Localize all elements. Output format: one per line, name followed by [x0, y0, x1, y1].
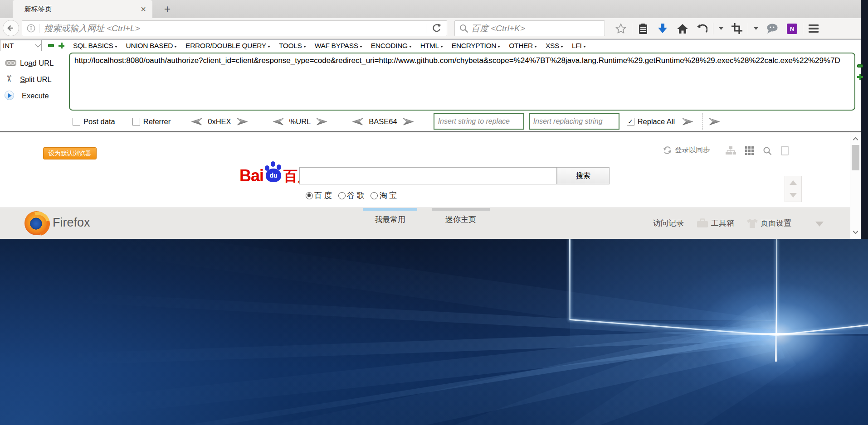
- new-tab-button[interactable]: +: [160, 3, 175, 16]
- undo-history-icon[interactable]: [692, 20, 712, 37]
- menu-lfi[interactable]: LFI: [572, 42, 586, 50]
- tab-new-tab-page[interactable]: 新标签页 ×: [13, 0, 152, 18]
- menu-hamburger-icon[interactable]: [805, 20, 823, 37]
- menu-html[interactable]: HTML: [420, 42, 443, 50]
- footer-links: 访问记录 工具箱 页面设置: [653, 218, 791, 228]
- home-icon[interactable]: [673, 20, 692, 37]
- page-scrollbar[interactable]: [850, 132, 861, 239]
- blank-page-icon[interactable]: [781, 146, 789, 155]
- radio-icon[interactable]: [371, 192, 378, 199]
- load-url-button[interactable]: Load URL: [20, 59, 54, 68]
- engine-baidu[interactable]: 百 度: [306, 190, 332, 201]
- bookmark-star-icon[interactable]: [611, 20, 630, 37]
- tshirt-icon: [747, 219, 758, 228]
- baidu-logo-bai: Bai: [239, 168, 263, 184]
- final-apply-arrow-icon[interactable]: [709, 118, 722, 126]
- hackbar-options-row: Post data Referrer 0xHEX %URL BASE64 ✓: [0, 111, 861, 131]
- base64-decode-arrow-icon[interactable]: [351, 118, 363, 126]
- search-input[interactable]: [471, 24, 605, 34]
- sitemap-icon[interactable]: [726, 146, 736, 155]
- screenshot-crop-icon[interactable]: [727, 20, 746, 37]
- zoom-search-icon[interactable]: [763, 146, 772, 155]
- tab-close-icon[interactable]: ×: [141, 4, 146, 14]
- radio-icon[interactable]: [338, 192, 346, 199]
- scrollbar-thumb[interactable]: [852, 145, 859, 170]
- menu-other[interactable]: OTHER: [509, 42, 537, 50]
- collapse-minus-icon[interactable]: [48, 44, 54, 47]
- toolbox-link[interactable]: 工具箱: [711, 218, 734, 228]
- menu-encoding[interactable]: ENCODING: [371, 42, 412, 50]
- search-bar[interactable]: [454, 20, 605, 36]
- download-icon[interactable]: [653, 20, 673, 37]
- set-default-browser-button[interactable]: 设为默认浏览器: [43, 147, 97, 159]
- page-settings-link[interactable]: 页面设置: [761, 218, 791, 228]
- reload-button[interactable]: [426, 24, 447, 33]
- post-data-label: Post data: [83, 117, 115, 126]
- expand-plus-icon[interactable]: [59, 43, 64, 48]
- content-pager: [785, 176, 802, 202]
- url-decode-arrow-icon[interactable]: [271, 118, 284, 126]
- scroll-up-icon[interactable]: [853, 136, 858, 142]
- baidu-search-input[interactable]: [299, 167, 557, 184]
- corner-icons: [726, 146, 789, 155]
- toolbox-briefcase-icon: [697, 218, 708, 228]
- site-info-icon[interactable]: [22, 24, 39, 33]
- engine-taobao[interactable]: 淘 宝: [371, 190, 397, 201]
- url-encode-arrow-icon[interactable]: [316, 118, 329, 126]
- replace-to-input[interactable]: [529, 113, 619, 130]
- onenote-icon[interactable]: N: [783, 20, 801, 37]
- chevron-down-icon: [35, 42, 41, 48]
- chat-feedback-icon[interactable]: [762, 20, 783, 37]
- execute-button[interactable]: Execute: [22, 92, 49, 100]
- url-bar[interactable]: [22, 20, 447, 36]
- tab-most-used[interactable]: 我最常用: [363, 208, 417, 225]
- base64-label: BASE64: [369, 117, 397, 126]
- url-encode-label: %URL: [289, 117, 311, 126]
- pager-up-icon[interactable]: [790, 180, 797, 185]
- history-dropdown-caret-icon[interactable]: [715, 20, 727, 37]
- bookmarks-list-icon[interactable]: [634, 20, 653, 37]
- tab-mini-homepage[interactable]: 迷你主页: [432, 208, 490, 225]
- sync-label: 登录以同步: [675, 145, 710, 155]
- referrer-checkbox[interactable]: [132, 118, 140, 126]
- apps-grid-icon[interactable]: [745, 146, 754, 155]
- baidu-search-button[interactable]: 搜索: [557, 167, 610, 184]
- menu-xss[interactable]: XSS: [546, 42, 563, 50]
- replace-from-input[interactable]: [434, 113, 524, 130]
- menu-encryption[interactable]: ENCRYPTION: [452, 42, 500, 50]
- menu-sql-basics[interactable]: SQL BASICS: [73, 42, 117, 50]
- firefox-footer-bar: Firefox 我最常用 迷你主页 访问记录 工具箱 页面设置: [0, 208, 850, 239]
- replace-all-checkbox[interactable]: ✓: [627, 118, 634, 126]
- grow-plus-icon[interactable]: [857, 74, 863, 80]
- split-url-button[interactable]: Split URL: [20, 75, 52, 84]
- database-type-value: INT: [3, 42, 14, 49]
- sync-login[interactable]: 登录以同步: [663, 145, 710, 155]
- url-input[interactable]: [39, 24, 426, 34]
- base64-encode-arrow-icon[interactable]: [403, 118, 415, 126]
- history-link[interactable]: 访问记录: [653, 218, 684, 228]
- baidu-newtab-content: 设为默认浏览器 Bai du 百度 搜索 百 度 谷 歌 淘 宝 登录以同步: [0, 132, 850, 208]
- radio-selected-icon[interactable]: [306, 192, 313, 199]
- menu-tools[interactable]: TOOLS: [279, 42, 306, 50]
- shrink-minus-icon[interactable]: [857, 64, 863, 68]
- baidu-paw-icon: du: [264, 161, 283, 184]
- scroll-down-icon[interactable]: [853, 229, 858, 235]
- replace-all-label: Replace All: [638, 117, 675, 126]
- firefox-window: 新标签页 × +: [0, 0, 861, 239]
- menu-error-double-query[interactable]: ERROR/DOUBLE QUERY: [185, 42, 270, 50]
- hex-decode-arrow-icon[interactable]: [190, 118, 202, 126]
- post-data-checkbox[interactable]: [73, 118, 80, 126]
- pager-down-icon[interactable]: [790, 193, 797, 198]
- replace-apply-arrow-icon[interactable]: [682, 118, 695, 126]
- reload-icon: [432, 24, 441, 33]
- screenshot-dropdown-caret-icon[interactable]: [750, 20, 762, 37]
- payload-url-textarea[interactable]: http://localhost:8080/oauth/authorize?cl…: [69, 53, 855, 111]
- back-button[interactable]: [3, 20, 19, 36]
- menu-union-based[interactable]: UNION BASED: [126, 42, 177, 50]
- hex-encode-arrow-icon[interactable]: [237, 118, 249, 126]
- menu-waf-bypass[interactable]: WAF BYPASS: [315, 42, 362, 50]
- database-type-select[interactable]: INT: [0, 40, 42, 51]
- engine-google[interactable]: 谷 歌: [338, 190, 365, 201]
- footer-dropdown-caret-icon[interactable]: [815, 222, 824, 227]
- hackbar-menu-row: INT SQL BASICS UNION BASED ERROR/DOUBLE …: [0, 39, 861, 52]
